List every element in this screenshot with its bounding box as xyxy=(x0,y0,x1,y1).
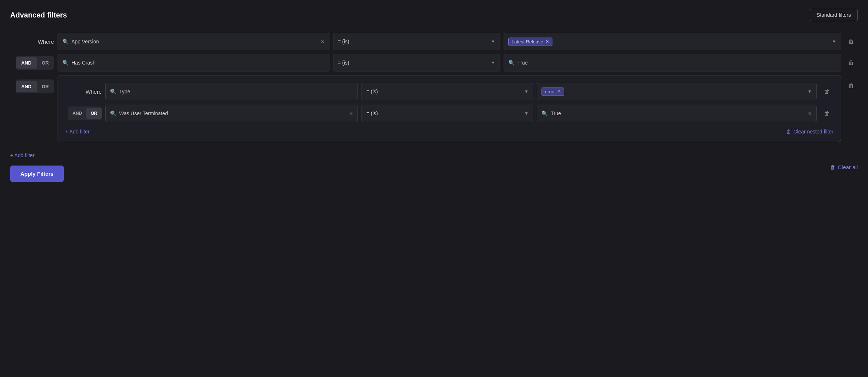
clear-nested-value-icon[interactable]: ✕ xyxy=(808,111,812,116)
nested-add-filter-button[interactable]: + Add filter xyxy=(65,129,90,135)
clear-all-button[interactable]: 🗑 Clear all xyxy=(830,164,858,170)
nested-dropdown-arrow-2: ▼ xyxy=(524,111,529,116)
nested-value-field-2[interactable]: 🔍 True ✕ xyxy=(537,105,817,122)
search-icon-n2: 🔍 xyxy=(110,110,116,116)
or-button-2[interactable]: OR xyxy=(37,57,54,69)
chip-text-latest-release: Latest Release xyxy=(512,39,543,44)
operator-1[interactable]: = (is) ▼ xyxy=(333,33,500,50)
nested-value-field-1[interactable]: error ✕ ▼ xyxy=(537,83,817,100)
delete-row-3-button[interactable]: 🗑 xyxy=(845,79,858,93)
nested-field-user-terminated[interactable]: 🔍 Was User Terminated ✕ xyxy=(105,105,358,122)
nested-logic-toggle: AND OR xyxy=(68,106,102,120)
value-field-2-text: True xyxy=(517,60,836,66)
nested-dropdown-arrow-1b: ▼ xyxy=(808,89,812,94)
dropdown-arrow-1: ▼ xyxy=(491,39,495,44)
value-chip-error: error ✕ xyxy=(541,88,564,96)
search-icon-n1: 🔍 xyxy=(110,89,116,94)
page-header: Advanced filters Standard filters xyxy=(10,9,858,21)
logic-toggle-3: AND OR xyxy=(16,79,54,93)
delete-nested-row-2-button[interactable]: 🗑 xyxy=(820,107,833,120)
operator-1-text: = (is) xyxy=(338,39,488,44)
clear-nested-filter-button[interactable]: 🗑 Clear nested filter xyxy=(786,129,833,135)
dropdown-arrow-1b: ▼ xyxy=(832,39,836,44)
nested-field-user-terminated-text: Was User Terminated xyxy=(119,110,346,116)
value-field-2[interactable]: 🔍 True xyxy=(504,54,841,71)
page-title: Advanced filters xyxy=(10,11,67,19)
search-icon-n2b: 🔍 xyxy=(541,110,548,116)
clear-all-text: Clear all xyxy=(838,164,858,170)
nested-footer: + Add filter 🗑 Clear nested filter xyxy=(65,129,833,135)
nested-field-type-text: Type xyxy=(119,89,353,94)
clear-user-terminated-icon[interactable]: ✕ xyxy=(349,111,353,116)
operator-2-text: = (is) xyxy=(338,60,488,66)
nested-or-button[interactable]: OR xyxy=(86,108,102,119)
trash-icon-clear-all: 🗑 xyxy=(830,164,836,170)
nested-dropdown-arrow-1: ▼ xyxy=(524,89,529,94)
nested-row-1: Where 🔍 Type = (is) ▼ error ✕ ▼ 🗑 xyxy=(65,83,833,100)
clear-app-version-icon[interactable]: ✕ xyxy=(321,39,325,44)
search-icon-2: 🔍 xyxy=(62,60,69,66)
nested-value-field-2-text: True xyxy=(551,110,805,116)
field-has-crash[interactable]: 🔍 Has Crash xyxy=(58,54,329,71)
add-filter-button[interactable]: + Add filter xyxy=(10,152,35,158)
nested-operator-1[interactable]: = (is) ▼ xyxy=(361,83,533,100)
search-icon-2b: 🔍 xyxy=(508,60,515,66)
filter-section: Where 🔍 App Version ✕ = (is) ▼ Latest Re… xyxy=(10,33,858,142)
bottom-bar: + Add filter Apply Filters 🗑 Clear all xyxy=(10,152,858,182)
value-chip-latest-release: Latest Release ✕ xyxy=(508,38,552,46)
field-app-version-text: App Version xyxy=(71,39,318,44)
nested-operator-2[interactable]: = (is) ▼ xyxy=(361,105,533,122)
dropdown-arrow-2: ▼ xyxy=(491,60,495,65)
nested-operator-2-text: = (is) xyxy=(366,110,521,116)
nested-filter-box: Where 🔍 Type = (is) ▼ error ✕ ▼ 🗑 xyxy=(58,75,841,142)
field-has-crash-text: Has Crash xyxy=(71,60,325,66)
delete-row-1-button[interactable]: 🗑 xyxy=(845,35,858,48)
search-icon-1: 🔍 xyxy=(62,39,69,44)
filter-row-2: AND OR 🔍 Has Crash = (is) ▼ 🔍 True 🗑 xyxy=(10,54,858,71)
and-button-3[interactable]: AND xyxy=(16,81,36,92)
chip-close-error[interactable]: ✕ xyxy=(557,89,561,94)
nested-and-button[interactable]: AND xyxy=(68,108,86,119)
filter-row-3: AND OR Where 🔍 Type = (is) ▼ error xyxy=(10,75,858,142)
and-button-2[interactable]: AND xyxy=(16,57,36,69)
nested-field-type[interactable]: 🔍 Type xyxy=(105,83,358,100)
logic-toggle-2: AND OR xyxy=(16,56,54,70)
nested-row-2: AND OR 🔍 Was User Terminated ✕ = (is) ▼ … xyxy=(65,105,833,122)
nested-where-label: Where xyxy=(65,89,102,95)
delete-row-2-button[interactable]: 🗑 xyxy=(845,56,858,69)
or-button-3[interactable]: OR xyxy=(37,81,54,92)
trash-icon-nested: 🗑 xyxy=(786,129,791,135)
apply-filters-button[interactable]: Apply Filters xyxy=(10,166,64,182)
clear-nested-text: Clear nested filter xyxy=(793,129,833,135)
nested-operator-1-text: = (is) xyxy=(366,89,521,94)
field-app-version[interactable]: 🔍 App Version ✕ xyxy=(58,33,329,50)
chip-text-error: error xyxy=(545,89,555,94)
standard-filters-button[interactable]: Standard filters xyxy=(810,9,858,21)
filter-row-1: Where 🔍 App Version ✕ = (is) ▼ Latest Re… xyxy=(10,33,858,50)
operator-2[interactable]: = (is) ▼ xyxy=(333,54,500,71)
chip-close-latest-release[interactable]: ✕ xyxy=(546,39,549,44)
delete-nested-row-1-button[interactable]: 🗑 xyxy=(820,85,833,98)
where-label-1: Where xyxy=(10,39,54,45)
value-field-1[interactable]: Latest Release ✕ ▼ xyxy=(504,33,841,50)
